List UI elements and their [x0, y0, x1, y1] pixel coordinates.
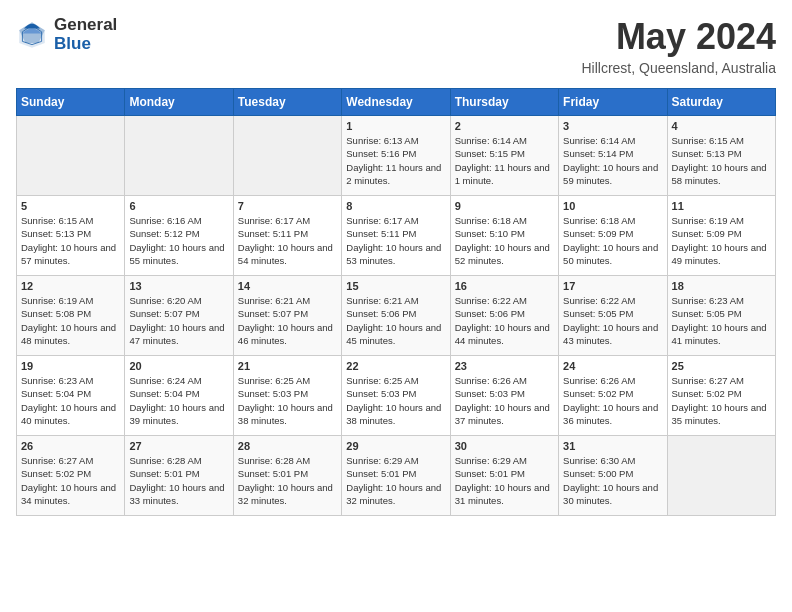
logo: General Blue — [16, 16, 117, 53]
calendar-subtitle: Hillcrest, Queensland, Australia — [581, 60, 776, 76]
day-number: 6 — [129, 200, 228, 212]
logo-icon — [16, 19, 48, 51]
day-info: Sunrise: 6:17 AMSunset: 5:11 PMDaylight:… — [346, 214, 445, 267]
day-cell — [233, 116, 341, 196]
day-info: Sunrise: 6:28 AMSunset: 5:01 PMDaylight:… — [238, 454, 337, 507]
day-number: 23 — [455, 360, 554, 372]
day-cell: 31Sunrise: 6:30 AMSunset: 5:00 PMDayligh… — [559, 436, 667, 516]
day-cell: 12Sunrise: 6:19 AMSunset: 5:08 PMDayligh… — [17, 276, 125, 356]
day-cell: 6Sunrise: 6:16 AMSunset: 5:12 PMDaylight… — [125, 196, 233, 276]
day-cell — [667, 436, 775, 516]
day-number: 30 — [455, 440, 554, 452]
day-info: Sunrise: 6:27 AMSunset: 5:02 PMDaylight:… — [21, 454, 120, 507]
day-info: Sunrise: 6:21 AMSunset: 5:07 PMDaylight:… — [238, 294, 337, 347]
day-info: Sunrise: 6:23 AMSunset: 5:05 PMDaylight:… — [672, 294, 771, 347]
logo-text: General Blue — [54, 16, 117, 53]
day-cell: 19Sunrise: 6:23 AMSunset: 5:04 PMDayligh… — [17, 356, 125, 436]
day-info: Sunrise: 6:25 AMSunset: 5:03 PMDaylight:… — [238, 374, 337, 427]
day-cell: 25Sunrise: 6:27 AMSunset: 5:02 PMDayligh… — [667, 356, 775, 436]
logo-general: General — [54, 16, 117, 35]
day-number: 1 — [346, 120, 445, 132]
day-number: 31 — [563, 440, 662, 452]
header-tuesday: Tuesday — [233, 89, 341, 116]
header-friday: Friday — [559, 89, 667, 116]
day-info: Sunrise: 6:22 AMSunset: 5:05 PMDaylight:… — [563, 294, 662, 347]
title-block: May 2024 Hillcrest, Queensland, Australi… — [581, 16, 776, 76]
day-info: Sunrise: 6:29 AMSunset: 5:01 PMDaylight:… — [455, 454, 554, 507]
day-cell: 21Sunrise: 6:25 AMSunset: 5:03 PMDayligh… — [233, 356, 341, 436]
day-info: Sunrise: 6:21 AMSunset: 5:06 PMDaylight:… — [346, 294, 445, 347]
day-info: Sunrise: 6:15 AMSunset: 5:13 PMDaylight:… — [672, 134, 771, 187]
day-number: 14 — [238, 280, 337, 292]
day-info: Sunrise: 6:25 AMSunset: 5:03 PMDaylight:… — [346, 374, 445, 427]
page-header: General Blue May 2024 Hillcrest, Queensl… — [16, 16, 776, 76]
day-cell: 26Sunrise: 6:27 AMSunset: 5:02 PMDayligh… — [17, 436, 125, 516]
day-number: 22 — [346, 360, 445, 372]
day-number: 29 — [346, 440, 445, 452]
day-number: 18 — [672, 280, 771, 292]
day-cell — [125, 116, 233, 196]
day-number: 27 — [129, 440, 228, 452]
day-info: Sunrise: 6:30 AMSunset: 5:00 PMDaylight:… — [563, 454, 662, 507]
day-cell: 11Sunrise: 6:19 AMSunset: 5:09 PMDayligh… — [667, 196, 775, 276]
day-info: Sunrise: 6:15 AMSunset: 5:13 PMDaylight:… — [21, 214, 120, 267]
calendar-title: May 2024 — [581, 16, 776, 58]
day-info: Sunrise: 6:27 AMSunset: 5:02 PMDaylight:… — [672, 374, 771, 427]
week-row-4: 19Sunrise: 6:23 AMSunset: 5:04 PMDayligh… — [17, 356, 776, 436]
day-number: 16 — [455, 280, 554, 292]
day-info: Sunrise: 6:20 AMSunset: 5:07 PMDaylight:… — [129, 294, 228, 347]
day-cell: 15Sunrise: 6:21 AMSunset: 5:06 PMDayligh… — [342, 276, 450, 356]
day-info: Sunrise: 6:23 AMSunset: 5:04 PMDaylight:… — [21, 374, 120, 427]
day-number: 12 — [21, 280, 120, 292]
day-info: Sunrise: 6:19 AMSunset: 5:08 PMDaylight:… — [21, 294, 120, 347]
day-number: 21 — [238, 360, 337, 372]
week-row-3: 12Sunrise: 6:19 AMSunset: 5:08 PMDayligh… — [17, 276, 776, 356]
week-row-5: 26Sunrise: 6:27 AMSunset: 5:02 PMDayligh… — [17, 436, 776, 516]
day-cell: 24Sunrise: 6:26 AMSunset: 5:02 PMDayligh… — [559, 356, 667, 436]
day-number: 17 — [563, 280, 662, 292]
day-info: Sunrise: 6:26 AMSunset: 5:03 PMDaylight:… — [455, 374, 554, 427]
header-thursday: Thursday — [450, 89, 558, 116]
day-info: Sunrise: 6:17 AMSunset: 5:11 PMDaylight:… — [238, 214, 337, 267]
calendar-table: SundayMondayTuesdayWednesdayThursdayFrid… — [16, 88, 776, 516]
day-cell: 2Sunrise: 6:14 AMSunset: 5:15 PMDaylight… — [450, 116, 558, 196]
day-number: 26 — [21, 440, 120, 452]
day-number: 9 — [455, 200, 554, 212]
day-info: Sunrise: 6:19 AMSunset: 5:09 PMDaylight:… — [672, 214, 771, 267]
day-number: 8 — [346, 200, 445, 212]
day-cell: 14Sunrise: 6:21 AMSunset: 5:07 PMDayligh… — [233, 276, 341, 356]
header-wednesday: Wednesday — [342, 89, 450, 116]
day-cell: 1Sunrise: 6:13 AMSunset: 5:16 PMDaylight… — [342, 116, 450, 196]
day-number: 3 — [563, 120, 662, 132]
day-number: 28 — [238, 440, 337, 452]
day-info: Sunrise: 6:26 AMSunset: 5:02 PMDaylight:… — [563, 374, 662, 427]
day-cell: 10Sunrise: 6:18 AMSunset: 5:09 PMDayligh… — [559, 196, 667, 276]
day-number: 15 — [346, 280, 445, 292]
day-cell: 18Sunrise: 6:23 AMSunset: 5:05 PMDayligh… — [667, 276, 775, 356]
day-cell: 20Sunrise: 6:24 AMSunset: 5:04 PMDayligh… — [125, 356, 233, 436]
day-number: 5 — [21, 200, 120, 212]
day-cell: 23Sunrise: 6:26 AMSunset: 5:03 PMDayligh… — [450, 356, 558, 436]
day-number: 10 — [563, 200, 662, 212]
day-number: 11 — [672, 200, 771, 212]
day-cell: 17Sunrise: 6:22 AMSunset: 5:05 PMDayligh… — [559, 276, 667, 356]
day-cell: 22Sunrise: 6:25 AMSunset: 5:03 PMDayligh… — [342, 356, 450, 436]
day-cell: 8Sunrise: 6:17 AMSunset: 5:11 PMDaylight… — [342, 196, 450, 276]
day-info: Sunrise: 6:29 AMSunset: 5:01 PMDaylight:… — [346, 454, 445, 507]
day-cell: 28Sunrise: 6:28 AMSunset: 5:01 PMDayligh… — [233, 436, 341, 516]
day-number: 13 — [129, 280, 228, 292]
day-info: Sunrise: 6:14 AMSunset: 5:15 PMDaylight:… — [455, 134, 554, 187]
day-info: Sunrise: 6:14 AMSunset: 5:14 PMDaylight:… — [563, 134, 662, 187]
day-cell: 5Sunrise: 6:15 AMSunset: 5:13 PMDaylight… — [17, 196, 125, 276]
day-cell: 4Sunrise: 6:15 AMSunset: 5:13 PMDaylight… — [667, 116, 775, 196]
day-cell: 9Sunrise: 6:18 AMSunset: 5:10 PMDaylight… — [450, 196, 558, 276]
day-number: 7 — [238, 200, 337, 212]
day-cell: 16Sunrise: 6:22 AMSunset: 5:06 PMDayligh… — [450, 276, 558, 356]
day-info: Sunrise: 6:16 AMSunset: 5:12 PMDaylight:… — [129, 214, 228, 267]
day-number: 19 — [21, 360, 120, 372]
day-info: Sunrise: 6:24 AMSunset: 5:04 PMDaylight:… — [129, 374, 228, 427]
day-number: 4 — [672, 120, 771, 132]
day-info: Sunrise: 6:28 AMSunset: 5:01 PMDaylight:… — [129, 454, 228, 507]
header-row: SundayMondayTuesdayWednesdayThursdayFrid… — [17, 89, 776, 116]
day-cell: 13Sunrise: 6:20 AMSunset: 5:07 PMDayligh… — [125, 276, 233, 356]
